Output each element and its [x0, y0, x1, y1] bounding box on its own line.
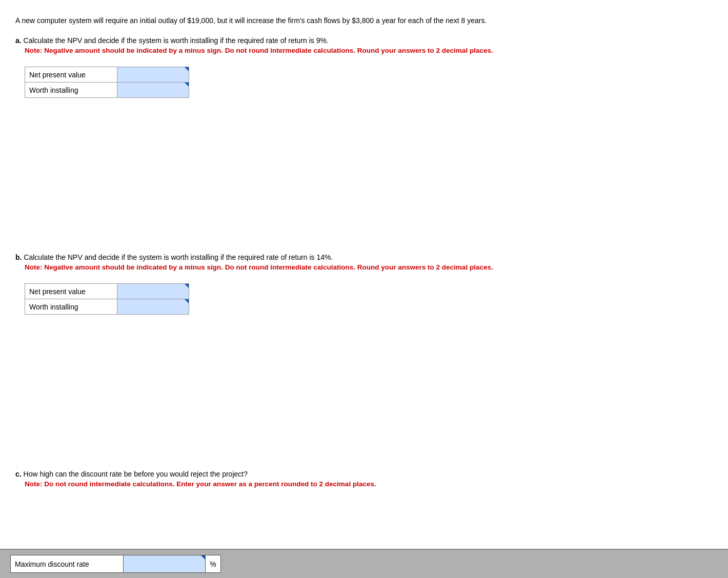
triangle-indicator-a2: [185, 82, 189, 87]
section-c-question-text: How high can the discount rate be before…: [24, 470, 248, 478]
section-a-table: Net present value Worth installing: [25, 67, 189, 98]
table-row: Maximum discount rate %: [11, 555, 221, 573]
section-b-table-container: Net present value Worth installing: [25, 283, 189, 315]
worth-input-b[interactable]: [117, 299, 189, 314]
triangle-indicator-c: [201, 555, 205, 560]
worth-label-a: Worth installing: [25, 82, 117, 98]
table-row: Worth installing: [25, 82, 189, 98]
triangle-indicator-b2: [185, 299, 189, 303]
section-b: b. Calculate the NPV and decide if the s…: [15, 253, 713, 316]
section-a: a. Calculate the NPV and decide if the s…: [15, 36, 713, 99]
worth-label-b: Worth installing: [25, 299, 117, 315]
section-b-table: Net present value Worth installing: [25, 283, 189, 315]
section-a-table-container: Net present value Worth installing: [25, 67, 189, 98]
section-c: c. How high can the discount rate be bef…: [15, 470, 713, 488]
section-b-question: b. Calculate the NPV and decide if the s…: [15, 253, 713, 261]
spacer-a: [15, 120, 713, 253]
max-discount-input[interactable]: [124, 555, 205, 572]
worth-input-cell-a: [117, 82, 189, 98]
npv-label-b: Net present value: [25, 284, 117, 299]
max-discount-label: Maximum discount rate: [11, 555, 124, 573]
npv-input-cell-b: [117, 284, 189, 299]
table-row: Net present value: [25, 67, 189, 82]
section-c-note: Note: Do not round intermediate calculat…: [25, 480, 713, 488]
section-b-question-text: Calculate the NPV and decide if the syst…: [24, 253, 333, 261]
bottom-bar: Maximum discount rate %: [0, 549, 728, 578]
section-c-label: c.: [15, 470, 22, 478]
section-a-question: a. Calculate the NPV and decide if the s…: [15, 36, 713, 45]
section-b-note: Note: Negative amount should be indicate…: [25, 263, 713, 271]
intro-text: A new computer system will require an in…: [15, 10, 713, 26]
section-c-table: Maximum discount rate %: [10, 555, 221, 573]
triangle-indicator-a1: [185, 67, 189, 71]
section-c-question: c. How high can the discount rate be bef…: [15, 470, 713, 478]
table-row: Worth installing: [25, 299, 189, 315]
section-a-note: Note: Negative amount should be indicate…: [25, 47, 713, 54]
npv-label-a: Net present value: [25, 67, 117, 82]
section-a-question-text: Calculate the NPV and decide if the syst…: [24, 36, 329, 45]
npv-input-b[interactable]: [117, 284, 189, 299]
percent-sign: %: [206, 555, 221, 573]
worth-input-cell-b: [117, 299, 189, 315]
table-row: Net present value: [25, 284, 189, 299]
npv-input-a[interactable]: [117, 67, 189, 82]
max-discount-input-cell: [124, 555, 206, 573]
npv-input-cell-a: [117, 67, 189, 82]
triangle-indicator-b1: [185, 284, 189, 288]
section-b-label: b.: [15, 253, 22, 261]
worth-input-a[interactable]: [117, 82, 189, 97]
spacer-b: [15, 337, 713, 470]
section-a-label: a.: [15, 36, 22, 45]
